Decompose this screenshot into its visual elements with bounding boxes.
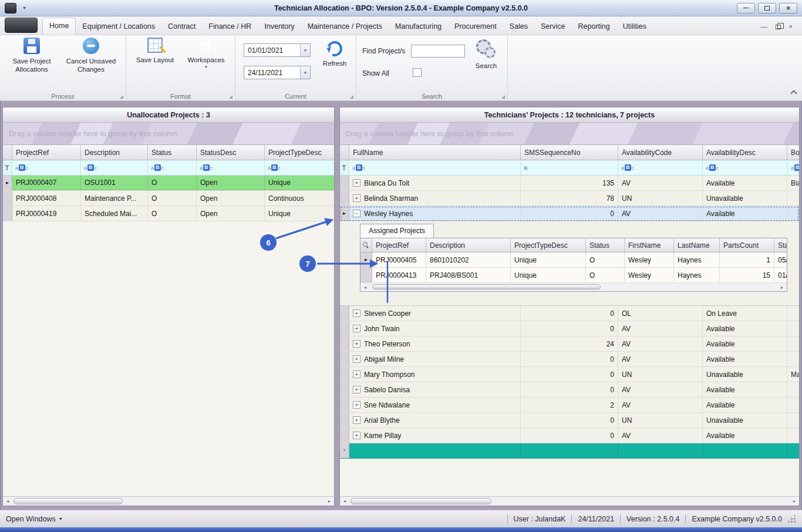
table-row-steven-cooper[interactable]: +Steven Cooper 0 OL On Leave — [340, 306, 799, 321]
refresh-button[interactable]: Refresh — [316, 41, 353, 68]
maximize-button[interactable] — [758, 3, 776, 14]
filter-smssequenceno[interactable]: = — [521, 160, 618, 175]
expand-plus-icon[interactable]: + — [353, 416, 360, 424]
minimize-button[interactable]: — — [737, 3, 755, 14]
right-group-by-area[interactable]: Drag a column header here to group by th… — [340, 123, 799, 145]
tab-inventory[interactable]: Inventory — [258, 19, 301, 35]
column-header-lastname[interactable]: LastName — [674, 238, 720, 252]
table-row-prj0000405[interactable]: ► PRJ0000405 8601010202 Unique O Wesley … — [360, 252, 787, 268]
column-header-smssequenceno[interactable]: SMSSequenceNo — [521, 145, 618, 160]
scroll-left-icon[interactable]: ◄ — [360, 283, 370, 291]
expand-plus-icon[interactable]: + — [353, 340, 360, 348]
close-button[interactable]: × — [779, 3, 797, 14]
filter-availabilitycode[interactable]: aBc — [618, 160, 703, 175]
scrollbar-track[interactable] — [349, 497, 790, 506]
column-header-boo[interactable]: Boo — [787, 145, 799, 160]
collapse-minus-icon[interactable]: − — [353, 210, 360, 217]
search-button[interactable]: Search — [469, 39, 503, 70]
date-from-dropdown-icon[interactable]: ▼ — [300, 44, 310, 56]
column-header-status[interactable]: Status — [586, 238, 625, 252]
detail-horizontal-scrollbar[interactable]: ◄ ► — [360, 283, 787, 291]
column-header-description[interactable]: Description — [81, 145, 148, 160]
mdi-restore-button[interactable] — [776, 25, 781, 29]
table-row-theo-peterson[interactable]: +Theo Peterson 24 AV Available — [340, 336, 799, 352]
scrollbar-track[interactable] — [12, 497, 325, 506]
filter-projectref[interactable]: aBc — [12, 160, 81, 175]
column-header-availabilitydesc[interactable]: AvailabilityDesc — [703, 145, 787, 160]
table-row-abigail-milne[interactable]: +Abigail Milne 0 AV Available — [340, 352, 799, 367]
new-row[interactable]: * — [340, 443, 799, 459]
filter-fullname[interactable]: aBc — [349, 160, 521, 175]
save-layout-button[interactable]: Save Layout — [132, 38, 178, 64]
tab-equipment-locations[interactable]: Equipment / Locations — [76, 19, 161, 35]
column-header-status[interactable]: Status — [148, 145, 197, 160]
scroll-left-icon[interactable]: ◄ — [3, 497, 12, 506]
scroll-left-icon[interactable]: ◄ — [340, 497, 349, 506]
find-projects-input[interactable] — [411, 45, 465, 58]
expand-plus-icon[interactable]: + — [353, 309, 360, 317]
table-row-sne-ndwalane[interactable]: +Sne Ndwalane 2 AV Available — [340, 398, 799, 413]
table-row-arial-blythe[interactable]: +Arial Blythe 0 UN Unavailable — [340, 413, 799, 428]
date-from-picker[interactable]: 01/01/2021 ▼ — [244, 43, 311, 57]
mdi-minimize-button[interactable]: — — [761, 23, 767, 30]
expand-plus-icon[interactable]: + — [353, 355, 360, 363]
scrollbar-track[interactable] — [370, 283, 777, 291]
table-row-kame-pillay[interactable]: +Kame Pillay 0 AV Available — [340, 428, 799, 443]
ribbon-collapse-icon[interactable] — [790, 90, 797, 96]
cancel-unsaved-changes-button[interactable]: Cancel Unsaved Changes — [60, 38, 122, 74]
current-dialog-launcher-icon[interactable] — [350, 95, 353, 99]
filter-description[interactable]: aBc — [81, 160, 148, 175]
scrollbar-thumb[interactable] — [372, 284, 601, 289]
scrollbar-thumb[interactable] — [14, 498, 123, 504]
column-header-fullname[interactable]: FullName — [349, 145, 521, 160]
left-group-by-area[interactable]: Drag a column header here to group by th… — [3, 123, 334, 145]
column-header-statusdesc[interactable]: StatusDesc — [197, 145, 265, 160]
tab-service[interactable]: Service — [534, 19, 572, 35]
tab-reporting[interactable]: Reporting — [572, 19, 616, 35]
process-dialog-launcher-icon[interactable] — [120, 95, 123, 99]
scroll-right-icon[interactable]: ► — [790, 497, 799, 506]
application-menu-button[interactable] — [5, 18, 38, 33]
right-horizontal-scrollbar[interactable]: ◄ ► — [340, 496, 799, 506]
mdi-close-button[interactable]: × — [789, 23, 793, 30]
expand-plus-icon[interactable]: + — [353, 386, 360, 393]
scroll-right-icon[interactable]: ► — [325, 497, 334, 506]
expand-plus-icon[interactable]: + — [353, 432, 360, 439]
filter-status[interactable]: aBc — [148, 160, 197, 175]
filter-boo[interactable]: aBc — [787, 160, 799, 175]
scroll-right-icon[interactable]: ► — [777, 283, 787, 291]
column-header-sta[interactable]: Sta — [774, 238, 787, 252]
column-header-partscount[interactable]: PartsCount — [720, 238, 774, 252]
column-header-projectref[interactable]: ProjectRef — [372, 238, 426, 252]
tab-home[interactable]: Home — [42, 18, 76, 35]
tab-manufacturing[interactable]: Manufacturing — [389, 19, 448, 35]
date-to-picker[interactable]: 24/11/2021 ▼ — [244, 66, 311, 79]
tab-sales[interactable]: Sales — [503, 19, 534, 35]
table-row-sabelo-danisa[interactable]: +Sabelo Danisa 0 AV Available — [340, 382, 799, 398]
column-header-projecttypedesc[interactable]: ProjectTypeDesc — [511, 238, 586, 252]
tab-utilities[interactable]: Utilities — [616, 19, 653, 35]
table-row-john-twain[interactable]: +John Twain 0 AV Available — [340, 321, 799, 336]
search-dialog-launcher-icon[interactable] — [501, 95, 505, 99]
table-row-prj0000407[interactable]: ► PRJ0000407 OSU1001 O Open Unique — [3, 176, 334, 191]
table-row-prj0000413[interactable]: PRJ0000413 PRJ408/BS001 Unique O Wesley … — [360, 268, 787, 283]
quick-access-caret-icon[interactable]: ▼ — [22, 6, 26, 10]
show-all-checkbox[interactable] — [413, 68, 422, 77]
resize-grip[interactable] — [788, 515, 796, 523]
expand-plus-icon[interactable]: + — [353, 401, 360, 409]
tab-assigned-projects[interactable]: Assigned Projects — [360, 224, 434, 238]
left-horizontal-scrollbar[interactable]: ◄ ► — [3, 496, 334, 506]
column-header-projecttypedesc[interactable]: ProjectTypeDesc — [265, 145, 334, 160]
table-row-prj0000408[interactable]: PRJ0000408 Maintenance P... O Open Conti… — [3, 191, 334, 206]
column-header-firstname[interactable]: FirstName — [625, 238, 674, 252]
column-header-availabilitycode[interactable]: AvailabilityCode — [618, 145, 703, 160]
open-windows-button[interactable]: Open Windows ▼ — [6, 515, 63, 523]
table-row-wesley-haynes[interactable]: ► −Wesley Haynes 0 AV Available — [340, 206, 799, 221]
column-header-projectref[interactable]: ProjectRef — [12, 145, 81, 160]
table-row-prj0000419[interactable]: PRJ0000419 Scheduled Mai... O Open Uniqu… — [3, 206, 334, 221]
filter-statusdesc[interactable]: aBc — [197, 160, 265, 175]
tab-maintenance-projects[interactable]: Maintenance / Projects — [301, 19, 389, 35]
filter-projecttypedesc[interactable]: aBc — [265, 160, 334, 175]
table-row-belinda-sharman[interactable]: +Belinda Sharman 78 UN Unavailable — [340, 191, 799, 206]
expand-plus-icon[interactable]: + — [353, 371, 360, 378]
